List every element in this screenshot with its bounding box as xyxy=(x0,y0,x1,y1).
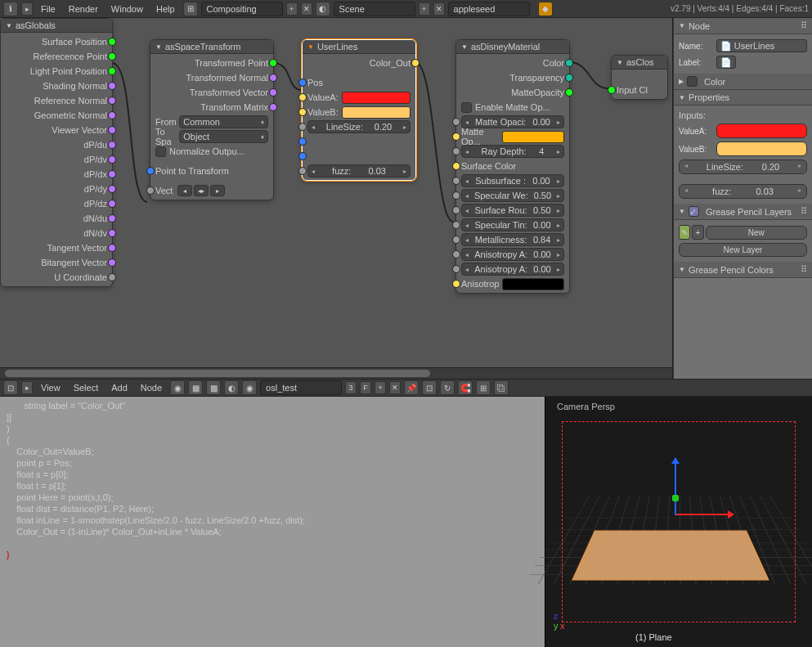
menu-file[interactable]: File xyxy=(36,2,61,16)
node-canvas-scrollbar[interactable] xyxy=(0,367,672,379)
tospace-dropdown[interactable]: Object♦ xyxy=(179,130,268,143)
users-count[interactable]: 3 xyxy=(345,381,357,394)
backdrop-icon[interactable]: ⊡ xyxy=(422,380,437,395)
script-del-icon[interactable]: ✕ xyxy=(389,381,401,394)
scene-del-button[interactable]: ✕ xyxy=(433,2,445,16)
new-layer-button[interactable]: New Layer xyxy=(679,243,807,257)
color-checkbox[interactable] xyxy=(687,76,698,87)
node-asglobals[interactable]: ▼asGlobals Surface Position Referecence … xyxy=(0,18,113,287)
gizmo-x-axis[interactable] xyxy=(676,514,733,515)
name-label: Name: xyxy=(679,42,713,51)
fuzz-field[interactable]: ◂fuzz:0.03▸ xyxy=(679,184,807,199)
normalize-checkbox[interactable] xyxy=(155,146,166,157)
layout-del-button[interactable]: ✕ xyxy=(301,2,312,16)
snap-type-icon[interactable]: ⊞ xyxy=(476,380,491,395)
aniso-a2-field[interactable]: ◂Anisotropy A:0.00▸ xyxy=(461,263,564,276)
renderer-dropdown[interactable]: appleseed xyxy=(448,2,530,16)
screen-layout-icon[interactable]: ⊞ xyxy=(183,2,198,16)
gp-layers-checkbox[interactable]: ✓ xyxy=(689,206,699,217)
linesize-field[interactable]: ◂LineSize:0.20▸ xyxy=(307,120,410,133)
panel-color-header[interactable]: ▶Color xyxy=(674,74,812,90)
pin-icon[interactable]: 📌 xyxy=(404,380,419,395)
menu-view[interactable]: View xyxy=(36,381,65,394)
script-add-icon[interactable]: + xyxy=(375,381,386,394)
scene-add-button[interactable]: + xyxy=(419,2,430,16)
valueb-label: ValueB: xyxy=(679,145,713,154)
out-dpdu: dP/du xyxy=(83,140,107,150)
node-editor-canvas[interactable]: ▼asGlobals Surface Position Referecence … xyxy=(0,18,673,379)
layout-dropdown[interactable]: Compositing xyxy=(201,2,283,16)
scene-icon[interactable]: ◐ xyxy=(316,2,330,16)
node-asspacetransform[interactable]: ▼asSpaceTransform Transformed Point Tran… xyxy=(150,39,274,200)
enable-matte-checkbox[interactable] xyxy=(461,102,472,113)
from-dropdown[interactable]: Common♦ xyxy=(179,115,268,128)
label-field[interactable]: 📄 xyxy=(716,56,736,69)
pencil-icon[interactable]: ✎ xyxy=(679,225,690,240)
new-button[interactable]: New xyxy=(706,226,807,240)
autoupdate-icon[interactable]: ↻ xyxy=(440,380,455,395)
out-matteopacity: MatteOpacity xyxy=(511,88,564,97)
gizmo-z-axis[interactable] xyxy=(675,458,676,515)
tree-type-shader-icon[interactable]: ◉ xyxy=(170,380,185,395)
metallicness-field[interactable]: ◂Metallicness:0.84▸ xyxy=(461,233,564,246)
gizmo-y-axis[interactable] xyxy=(672,495,679,501)
linesize-field[interactable]: ◂LineSize:0.20▸ xyxy=(679,160,807,174)
nav-sep-icon[interactable]: ◂▸ xyxy=(194,185,209,196)
surfrou-field[interactable]: ◂Surface Rou:0.50▸ xyxy=(461,204,564,217)
layout-add-button[interactable]: + xyxy=(286,2,298,16)
menu-node[interactable]: Node xyxy=(136,381,167,394)
menu-add[interactable]: Add xyxy=(106,381,132,394)
tree-type-tex-icon[interactable]: ▩ xyxy=(206,380,221,395)
node-userlines[interactable]: ▼UserLines Color_Out Pos ValueA: ValueB:… xyxy=(302,39,416,181)
renderer-label: appleseed xyxy=(454,4,496,14)
expand-icon[interactable]: ▸ xyxy=(21,2,33,16)
text-editor[interactable]: string label = "Color_Out" ]] ) { Color_… xyxy=(0,397,545,647)
grip-icon[interactable]: ⠿ xyxy=(801,264,807,275)
node-asdisneymaterial[interactable]: ▼asDisneyMaterial Color Transparency Mat… xyxy=(455,39,570,294)
panel-gp-layers-header[interactable]: ▼✓Grease Pencil Layers⠿ xyxy=(674,204,812,220)
name-field[interactable]: 📄 UserLines xyxy=(716,39,807,52)
valuea-swatch[interactable] xyxy=(716,124,807,138)
node-asclosure[interactable]: ▼asClos Input Cl xyxy=(611,55,668,100)
menu-select[interactable]: Select xyxy=(69,381,104,394)
material-icon[interactable]: ◉ xyxy=(242,380,257,395)
panel-properties-header[interactable]: ▼Properties xyxy=(674,90,812,106)
nav-next-icon[interactable]: ▸ xyxy=(210,185,225,196)
valueb-swatch[interactable] xyxy=(342,106,410,119)
tree-type-comp-icon[interactable]: ▦ xyxy=(188,380,203,395)
editor-type-icon[interactable]: ℹ xyxy=(3,2,18,16)
valueb-swatch[interactable] xyxy=(716,142,807,156)
subsurface-field[interactable]: ◂Subsurface :0.00▸ xyxy=(461,174,564,187)
menu-help[interactable]: Help xyxy=(151,2,180,16)
editor-type-icon[interactable]: ⊡ xyxy=(3,380,18,395)
matte-op-swatch[interactable] xyxy=(502,131,564,143)
raydepth-field[interactable]: ◂Ray Depth:4▸ xyxy=(461,145,564,158)
add-layer-icon[interactable]: + xyxy=(692,225,703,240)
fake-user-button[interactable]: F xyxy=(360,381,371,394)
viewport-3d[interactable]: Camera Persp z y x (1) Plane xyxy=(545,397,812,647)
scene-dropdown[interactable]: Scene xyxy=(334,2,415,16)
script-dropdown[interactable]: osl_test xyxy=(260,380,342,395)
out-color-out: Color_Out xyxy=(370,58,410,68)
snap-icon[interactable]: 🧲 xyxy=(458,380,473,395)
node-title: asGlobals xyxy=(16,20,56,30)
spectin-field[interactable]: ◂Specular Tin:0.00▸ xyxy=(461,218,564,231)
menu-window[interactable]: Window xyxy=(106,2,148,16)
menu-render[interactable]: Render xyxy=(64,2,103,16)
anisotrop-swatch[interactable] xyxy=(502,278,564,290)
specwe-field[interactable]: ◂Specular We:0.50▸ xyxy=(461,189,564,202)
expand-icon[interactable]: ▸ xyxy=(21,381,33,394)
code-end-brace: } xyxy=(7,550,10,559)
nav-prev-icon[interactable]: ◂ xyxy=(177,185,192,196)
grip-icon[interactable]: ⠿ xyxy=(801,20,807,31)
aniso-a-field[interactable]: ◂Anisotropy A:0.00▸ xyxy=(461,248,564,261)
shader-type-icon[interactable]: ◐ xyxy=(224,380,239,395)
panel-gp-colors-header[interactable]: ▼Grease Pencil Colors⠿ xyxy=(674,262,812,278)
valuea-swatch[interactable] xyxy=(342,92,410,104)
out-reference-normal: Reference Normal xyxy=(34,96,107,106)
copy-icon[interactable]: ⿻ xyxy=(494,380,509,395)
node-title: asSpaceTransform xyxy=(165,42,241,52)
grip-icon[interactable]: ⠿ xyxy=(801,206,807,217)
panel-node-header[interactable]: ▼Node⠿ xyxy=(674,18,812,34)
fuzz-field[interactable]: ◂fuzz:0.03▸ xyxy=(307,164,410,177)
